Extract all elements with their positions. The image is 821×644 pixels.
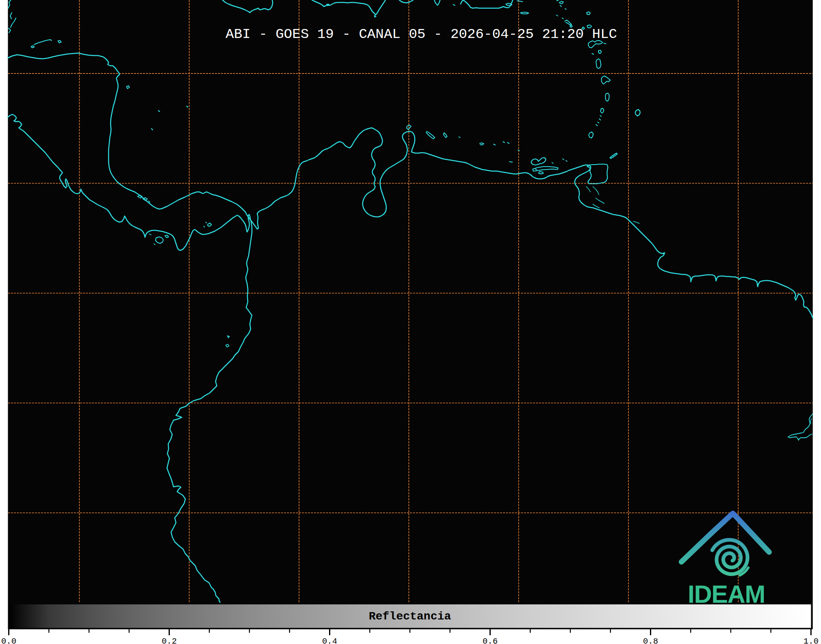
svg-text:1.0: 1.0 [803, 637, 819, 644]
svg-text:Reflectancia: Reflectancia [369, 610, 451, 623]
svg-text:ABI - GOES 19 - CANAL 05 - 202: ABI - GOES 19 - CANAL 05 - 2026-04-25 21… [226, 27, 617, 42]
svg-text:0.4: 0.4 [322, 637, 337, 644]
svg-text:0.2: 0.2 [162, 637, 177, 644]
svg-text:0.8: 0.8 [643, 637, 658, 644]
svg-text:0.0: 0.0 [1, 637, 16, 644]
svg-text:IDEAM: IDEAM [688, 580, 765, 608]
svg-text:0.6: 0.6 [483, 637, 498, 644]
